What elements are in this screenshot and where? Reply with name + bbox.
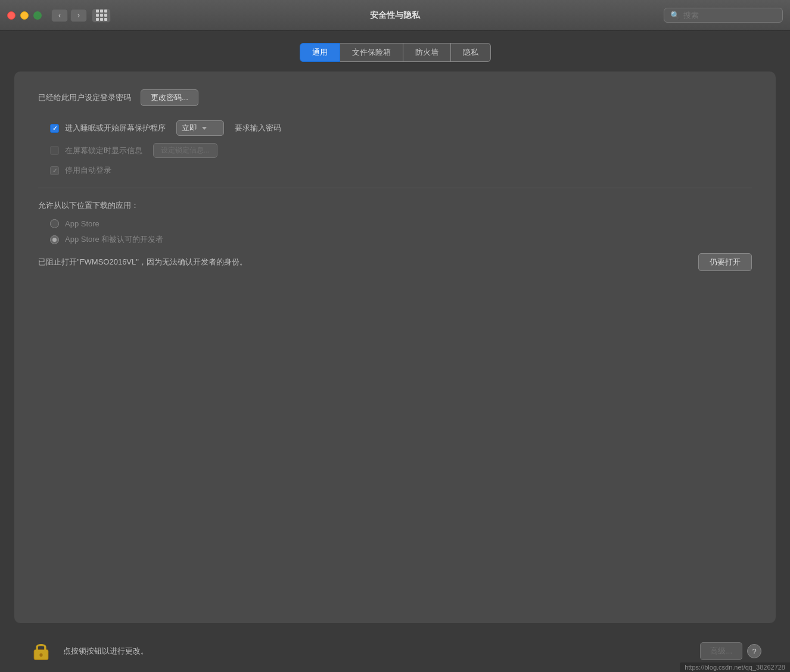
- show-info-label: 在屏幕锁定时显示信息: [65, 145, 142, 156]
- sleep-checkbox[interactable]: [50, 124, 59, 133]
- status-url: https://blog.csdn.net/qq_38262728: [680, 662, 790, 672]
- immediate-dropdown[interactable]: 立即: [176, 120, 224, 136]
- radio-app-store-developers-row: App Store 和被认可的开发者: [50, 234, 752, 245]
- radio-app-store-label: App Store: [65, 219, 99, 228]
- forward-button[interactable]: ›: [70, 9, 87, 22]
- radio-app-store-developers[interactable]: [50, 235, 59, 244]
- radio-app-store[interactable]: [50, 219, 59, 228]
- grid-icon: [96, 10, 107, 21]
- open-anyway-button[interactable]: 仍要打开: [698, 253, 752, 271]
- auto-login-row: 停用自动登录: [50, 165, 752, 176]
- show-info-row: 在屏幕锁定时显示信息 设定锁定信息...: [50, 143, 752, 158]
- auto-login-label: 停用自动登录: [65, 165, 111, 176]
- titlebar: ‹ › 安全性与隐私 🔍: [0, 0, 790, 31]
- password-label: 已经给此用户设定登录密码: [38, 92, 131, 103]
- search-icon: 🔍: [670, 11, 680, 20]
- main-content: 通用 文件保险箱 防火墙 隐私 已经给此用户设定登录密码 更改密码... 进入睡…: [0, 31, 790, 672]
- change-password-button[interactable]: 更改密码...: [141, 89, 198, 106]
- close-button[interactable]: [7, 11, 15, 20]
- dropdown-arrow-icon: [202, 127, 207, 130]
- allow-apps-label: 允许从以下位置下载的应用：: [38, 200, 752, 211]
- allow-apps-section: 允许从以下位置下载的应用： App Store App Store 和被认可的开…: [38, 200, 752, 271]
- minimize-button[interactable]: [20, 11, 29, 20]
- lock-icon: [30, 640, 52, 662]
- block-message: 已阻止打开"FWMSO2016VL"，因为无法确认开发者的身份。: [38, 257, 689, 267]
- tabs: 通用 文件保险箱 防火墙 隐私: [14, 43, 776, 62]
- dropdown-value: 立即: [182, 123, 197, 133]
- maximize-button[interactable]: [33, 11, 42, 20]
- require-password-label: 要求输入密码: [235, 123, 281, 133]
- sleep-checkbox-row: 进入睡眠或开始屏幕保护程序 立即 要求输入密码: [50, 120, 752, 136]
- tab-general[interactable]: 通用: [300, 43, 340, 62]
- traffic-lights: [7, 11, 42, 20]
- back-button[interactable]: ‹: [51, 9, 68, 22]
- tab-privacy[interactable]: 隐私: [451, 43, 491, 62]
- nav-buttons: ‹ ›: [51, 9, 87, 22]
- panel: 已经给此用户设定登录密码 更改密码... 进入睡眠或开始屏幕保护程序 立即 要求…: [14, 71, 776, 623]
- help-button[interactable]: ?: [747, 644, 761, 658]
- search-input[interactable]: [683, 11, 776, 20]
- block-message-row: 已阻止打开"FWMSO2016VL"，因为无法确认开发者的身份。 仍要打开: [38, 253, 752, 271]
- svg-rect-1: [39, 653, 42, 657]
- show-info-checkbox[interactable]: [50, 146, 59, 155]
- password-row: 已经给此用户设定登录密码 更改密码...: [38, 89, 752, 106]
- divider: [38, 188, 752, 188]
- grid-button[interactable]: [92, 8, 111, 23]
- window-title: 安全性与隐私: [370, 10, 420, 21]
- search-box[interactable]: 🔍: [664, 8, 783, 23]
- bottom-right: 高级... ?: [700, 642, 761, 660]
- set-lock-info-button[interactable]: 设定锁定信息...: [153, 143, 217, 158]
- tab-filevault[interactable]: 文件保险箱: [340, 43, 403, 62]
- sleep-label: 进入睡眠或开始屏幕保护程序: [65, 123, 166, 133]
- lock-text: 点按锁按钮以进行更改。: [63, 646, 691, 657]
- auto-login-checkbox[interactable]: [50, 166, 59, 175]
- radio-app-store-row: App Store: [50, 219, 752, 228]
- bottom-bar: 点按锁按钮以进行更改。 高级... ?: [14, 633, 776, 672]
- advanced-button[interactable]: 高级...: [700, 642, 742, 660]
- radio-app-store-developers-label: App Store 和被认可的开发者: [65, 234, 163, 245]
- tab-firewall[interactable]: 防火墙: [403, 43, 451, 62]
- lock-icon-wrap[interactable]: [29, 639, 54, 664]
